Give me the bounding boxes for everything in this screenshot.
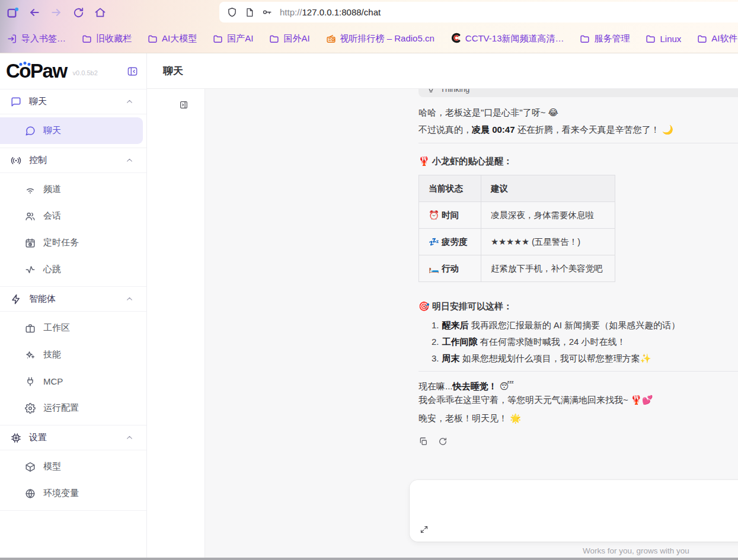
version-label: v0.0.5b2 [73, 69, 98, 76]
list-item: 3.周末 如果您想规划什么项目，我可以帮您整理方案✨ [432, 352, 738, 364]
forward-button[interactable] [50, 6, 63, 19]
browser-toolbar: http://127.0.0.1:8088/chat [0, 0, 738, 25]
sidebar-collapse-icon[interactable] [127, 66, 138, 77]
reminder-title: 🦞 小龙虾的贴心提醒： [418, 155, 738, 167]
table-header: 当前状态 [419, 175, 481, 202]
sidebar-item-channels[interactable]: 频道 [0, 176, 146, 203]
folder-icon [646, 34, 656, 44]
sidebar: CoPaw v0.0.5b2 聊天 聊天 控制 [0, 53, 147, 560]
calendar-clock-icon [25, 238, 36, 248]
zap-icon [11, 294, 21, 305]
table-row: 🛏️ 行动 赶紧放下手机，补个美容觉吧 [419, 255, 615, 282]
briefcase-icon [25, 323, 36, 334]
plan-list: 1.醒来后 我再跟您汇报最新的 AI 新闻摘要（如果感兴趣的话） 2.工作间隙 … [418, 319, 738, 364]
nav-items-settings: 模型 环境变量 [0, 450, 146, 511]
import-bookmarks-icon [7, 34, 17, 44]
sidebar-item-sessions[interactable]: 会话 [0, 203, 146, 229]
reload-button[interactable] [72, 6, 85, 19]
gear-icon [25, 403, 36, 414]
address-bar[interactable]: http://127.0.0.1:8088/chat [219, 2, 738, 23]
divider [418, 371, 738, 372]
globe-icon [25, 488, 36, 499]
message-input[interactable] [410, 480, 738, 542]
sidebar-item-scheduled-tasks[interactable]: 定时任务 [0, 229, 146, 256]
bookmark-folder[interactable]: AI大模型 [148, 33, 197, 44]
sidebar-item-env-vars[interactable]: 环境变量 [0, 480, 146, 507]
shield-icon[interactable] [227, 7, 237, 17]
key-icon[interactable] [262, 7, 272, 17]
radio-icon [326, 34, 336, 44]
bookmark-cctv[interactable]: CCTV-13新闻频道高清… [451, 33, 564, 45]
message-paragraph: 现在嘛...快去睡觉！ 😴 我会乖乖在这里守着，等您明天元气满满地回来找我~ 🦞… [418, 379, 738, 407]
sidebar-item-run-config[interactable]: 运行配置 [0, 395, 146, 421]
sidebar-item-skills[interactable]: 技能 [0, 341, 146, 368]
sidebar-item-models[interactable]: 模型 [0, 453, 146, 480]
nav-section-agent[interactable]: 智能体 [0, 287, 146, 312]
nav-section-control[interactable]: 控制 [0, 148, 146, 173]
chevron-up-icon[interactable] [126, 98, 133, 105]
bookmark-import[interactable]: 导入书签… [7, 33, 66, 44]
divider [418, 143, 738, 143]
list-item: 2.工作间隙 有任何需求随时喊我，24 小时在线！ [432, 335, 738, 348]
folder-icon [148, 34, 158, 44]
chat-bubble-icon [25, 126, 36, 136]
users-icon [25, 211, 36, 222]
url-text: http://127.0.0.1:8088/chat [280, 7, 381, 17]
folder-icon [82, 34, 92, 44]
panel-expand-icon[interactable] [179, 100, 189, 110]
nav-section-chat[interactable]: 聊天 [0, 89, 146, 114]
plan-title: 🎯 明日安排可以这样： [418, 300, 738, 312]
assistant-message: Thinking 哈哈，老板这是"口是心非"了呀~ 😂 不过说真的，凌晨 00:… [418, 89, 738, 446]
bookmark-folder[interactable]: AI软件 [697, 33, 737, 44]
page-info-icon[interactable] [245, 8, 254, 17]
chip-icon [11, 433, 21, 443]
thinking-toggle[interactable]: Thinking [418, 89, 738, 97]
table-header: 建议 [481, 175, 615, 202]
firefox-view-icon[interactable] [6, 6, 19, 19]
folder-icon [269, 34, 279, 44]
regenerate-icon[interactable] [438, 437, 448, 446]
sidebar-nav: 聊天 聊天 控制 频道 会话 [0, 89, 146, 511]
expand-input-icon[interactable] [420, 525, 429, 534]
sidebar-item-chat[interactable]: 聊天 [0, 117, 143, 144]
bookmark-folder[interactable]: 旧收藏栏 [82, 33, 132, 44]
sidebar-item-workspace[interactable]: 工作区 [0, 315, 146, 341]
message-paragraph: 哈哈，老板这是"口是心非"了呀~ 😂 [418, 106, 738, 119]
chevron-up-icon[interactable] [126, 434, 133, 441]
bookmark-folder[interactable]: 服务管理 [580, 33, 630, 44]
window-bottom-edge [0, 558, 738, 560]
chevron-up-icon[interactable] [126, 295, 133, 303]
browser-chrome: http://127.0.0.1:8088/chat 导入书签… 旧收藏栏 AI… [0, 0, 738, 53]
chevron-up-icon[interactable] [126, 156, 133, 164]
nav-section-settings[interactable]: 设置 [0, 425, 146, 450]
bookmark-folder[interactable]: 国外AI [269, 33, 309, 44]
list-item: 1.醒来后 我再跟您汇报最新的 AI 新闻摘要（如果感兴趣的话） [432, 319, 738, 331]
message-actions [418, 437, 738, 446]
bookmark-radio[interactable]: 视听排行榜 – Radio5.cn [326, 33, 435, 44]
page-title: 聊天 [163, 64, 183, 78]
chat-canvas: Thinking 哈哈，老板这是"口是心非"了呀~ 😂 不过说真的，凌晨 00:… [205, 89, 738, 560]
wifi-icon [25, 184, 36, 195]
message-paragraph: 晚安，老板！明天见！ 🌟 [418, 412, 738, 424]
activity-icon [25, 264, 36, 275]
broadcast-icon [11, 155, 21, 166]
copy-icon[interactable] [418, 437, 428, 446]
bookmarks-bar: 导入书签… 旧收藏栏 AI大模型 国产AI 国外AI 视听排行榜 – Radio… [0, 25, 738, 53]
status-table: 当前状态 建议 ⏰ 时间 凌晨深夜，身体需要休息啦 💤 疲劳度 ★★★★★ (五… [418, 175, 615, 282]
page-header: 聊天 [147, 53, 738, 89]
sidebar-item-mcp[interactable]: MCP [0, 368, 146, 395]
nav-items-chat: 聊天 [0, 114, 146, 148]
sparkles-icon [25, 350, 36, 360]
paw-dots [19, 62, 30, 66]
cube-icon [25, 462, 36, 472]
sidebar-item-heartbeat[interactable]: 心跳 [0, 256, 146, 283]
table-row: ⏰ 时间 凌晨深夜，身体需要休息啦 [419, 202, 615, 229]
chat-section-icon [11, 97, 21, 107]
bookmark-folder[interactable]: 国产AI [213, 33, 253, 44]
nav-items-agent: 工作区 技能 MCP 运行配置 [0, 312, 146, 425]
bookmark-folder[interactable]: Linux [646, 34, 681, 44]
back-button[interactable] [28, 6, 41, 19]
copaw-app: CoPaw v0.0.5b2 聊天 聊天 控制 [0, 53, 738, 560]
cctv-logo-icon [451, 33, 461, 45]
home-button[interactable] [94, 6, 107, 19]
